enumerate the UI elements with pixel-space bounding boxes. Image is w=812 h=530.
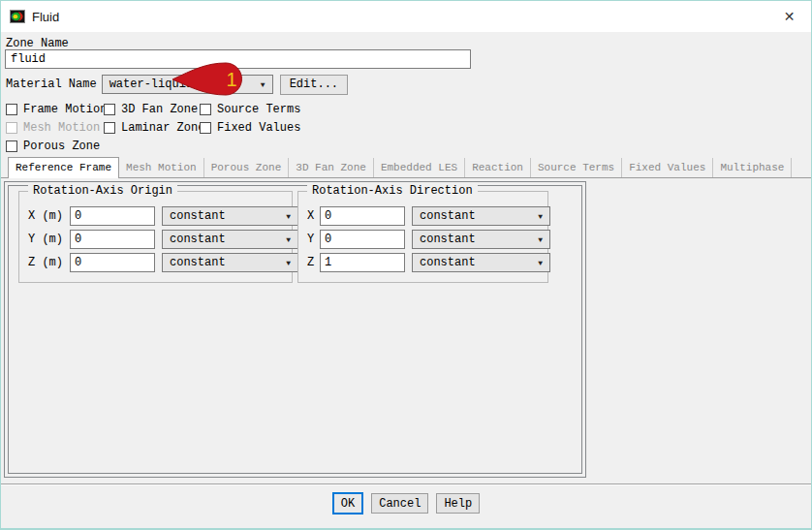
x-origin-input[interactable] [70, 206, 155, 226]
chevron-down-icon: ▼ [261, 80, 265, 89]
chevron-down-icon: ▼ [538, 259, 543, 267]
x-origin-profile-select[interactable]: constant ▼ [162, 206, 298, 226]
tab-reaction[interactable]: Reaction [465, 158, 531, 177]
checkbox-box[interactable] [200, 122, 211, 134]
close-icon: ✕ [784, 9, 796, 24]
x-direction-input[interactable] [320, 206, 405, 226]
material-row: Material Name water-liquid ▼ Edit... [6, 74, 348, 95]
checkbox-label: Source Terms [217, 103, 300, 116]
tab-strip: Reference Frame Mesh Motion Porous Zone … [1, 157, 811, 178]
checkbox-label: Laminar Zone [121, 121, 204, 135]
chevron-down-icon: ▼ [286, 235, 291, 244]
checkbox-box[interactable] [104, 104, 115, 115]
checkbox-row-2: Mesh Motion Laminar Zone Fixed Values [6, 120, 300, 135]
checkbox-label: Porous Zone [23, 140, 100, 153]
tab-source-terms[interactable]: Source Terms [531, 158, 622, 177]
z-origin-label: Z (m) [28, 256, 70, 269]
chevron-down-icon: ▼ [286, 212, 291, 221]
checkbox-label: Fixed Values [217, 121, 300, 135]
group-rotation-axis-origin: Rotation-Axis Origin X (m) constant ▼ Y … [18, 191, 293, 283]
title-bar: Fluid ✕ [1, 1, 811, 32]
help-button[interactable]: Help [436, 493, 480, 514]
y-direction-profile-select[interactable]: constant ▼ [412, 230, 550, 249]
profile-value: constant [170, 256, 226, 269]
tab-porous-zone[interactable]: Porous Zone [204, 158, 290, 177]
y-origin-profile-select[interactable]: constant ▼ [162, 230, 298, 249]
tab-fixed-values[interactable]: Fixed Values [622, 158, 713, 177]
zone-name-input[interactable] [5, 49, 471, 69]
field-row-origin-x: X (m) constant ▼ [19, 206, 292, 226]
checkbox-frame-motion[interactable]: Frame Motion [6, 103, 104, 116]
checkbox-row-3: Porous Zone [6, 139, 100, 153]
fluid-dialog: Fluid ✕ Zone Name Material Name water-li… [0, 0, 812, 530]
profile-value: constant [420, 256, 476, 269]
field-row-origin-y: Y (m) constant ▼ [19, 230, 292, 249]
y-origin-input[interactable] [70, 230, 155, 249]
profile-value: constant [170, 233, 226, 246]
x-origin-label: X (m) [28, 209, 70, 223]
chevron-down-icon: ▼ [538, 235, 543, 244]
field-row-direction-y: Y constant ▼ [298, 230, 547, 249]
checkbox-box[interactable] [104, 122, 115, 134]
checkbox-box [6, 122, 17, 134]
footer-buttons: OK Cancel Help [1, 493, 811, 514]
checkbox-mesh-motion: Mesh Motion [6, 121, 104, 135]
edit-button-label: Edit... [290, 78, 338, 91]
z-direction-profile-select[interactable]: constant ▼ [412, 253, 550, 272]
material-name-value: water-liquid [109, 78, 193, 91]
material-name-label: Material Name [6, 78, 97, 91]
x-direction-label: X [307, 209, 320, 223]
z-direction-label: Z [307, 256, 320, 269]
group-rows: X constant ▼ Y constant ▼ Z consta [298, 206, 547, 276]
tab-reference-frame[interactable]: Reference Frame [8, 157, 119, 178]
close-button[interactable]: ✕ [767, 1, 811, 32]
tab-multiphase[interactable]: Multiphase [713, 158, 792, 177]
group-title: Rotation-Axis Origin [28, 184, 177, 198]
chevron-down-icon: ▼ [286, 259, 291, 267]
tab-3d-fan-zone[interactable]: 3D Fan Zone [289, 158, 374, 177]
checkbox-label: Mesh Motion [23, 121, 100, 135]
field-row-direction-z: Z constant ▼ [298, 253, 547, 272]
y-origin-label: Y (m) [28, 233, 70, 246]
checkbox-3d-fan-zone[interactable]: 3D Fan Zone [104, 103, 200, 116]
profile-value: constant [420, 209, 476, 223]
checkbox-box[interactable] [6, 104, 17, 115]
group-rows: X (m) constant ▼ Y (m) constant ▼ Z (m) [19, 206, 292, 276]
fluent-logo-icon [10, 9, 25, 24]
tab-mesh-motion[interactable]: Mesh Motion [119, 158, 204, 177]
checkbox-source-terms[interactable]: Source Terms [200, 103, 300, 116]
checkbox-label: 3D Fan Zone [121, 103, 198, 116]
group-rotation-axis-direction: Rotation-Axis Direction X constant ▼ Y c… [297, 191, 548, 283]
checkbox-porous-zone[interactable]: Porous Zone [6, 140, 100, 153]
group-title: Rotation-Axis Direction [307, 184, 478, 198]
checkbox-fixed-values[interactable]: Fixed Values [200, 121, 300, 135]
checkbox-box[interactable] [6, 140, 17, 152]
cancel-button[interactable]: Cancel [371, 493, 428, 514]
checkbox-box[interactable] [200, 104, 211, 115]
checkbox-laminar-zone[interactable]: Laminar Zone [104, 121, 200, 135]
field-row-origin-z: Z (m) constant ▼ [19, 253, 292, 272]
edit-material-button[interactable]: Edit... [280, 75, 348, 95]
ok-button[interactable]: OK [332, 492, 363, 514]
profile-value: constant [420, 233, 476, 246]
z-direction-input[interactable] [320, 253, 405, 272]
field-row-direction-x: X constant ▼ [298, 206, 547, 226]
profile-value: constant [170, 209, 226, 223]
material-name-select[interactable]: water-liquid ▼ [102, 75, 273, 94]
chevron-down-icon: ▼ [538, 212, 543, 221]
checkbox-label: Frame Motion [23, 103, 107, 116]
checkbox-row-1: Frame Motion 3D Fan Zone Source Terms [6, 102, 300, 116]
zone-name-label: Zone Name [6, 37, 69, 50]
x-direction-profile-select[interactable]: constant ▼ [412, 206, 550, 226]
z-origin-input[interactable] [70, 253, 155, 272]
y-direction-input[interactable] [320, 230, 405, 249]
z-origin-profile-select[interactable]: constant ▼ [162, 253, 298, 272]
y-direction-label: Y [307, 233, 320, 246]
window-title: Fluid [32, 10, 59, 24]
tab-embedded-les[interactable]: Embedded LES [374, 158, 465, 177]
footer-separator [1, 483, 811, 485]
